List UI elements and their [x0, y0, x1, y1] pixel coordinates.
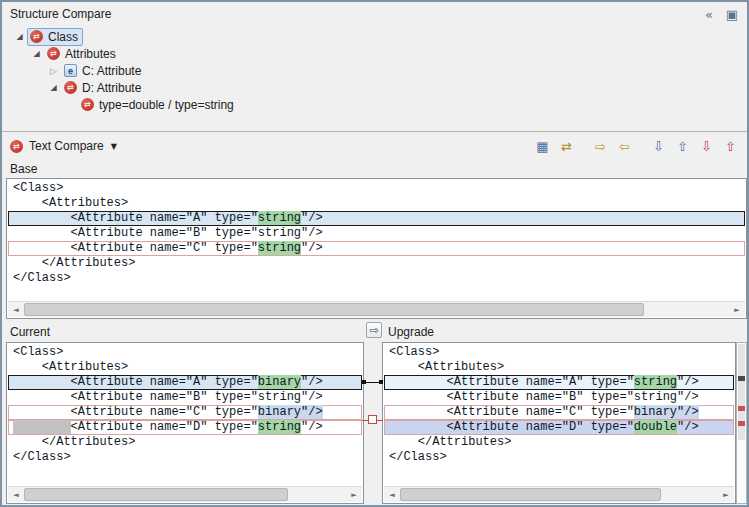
diff-change-icon: ⇄ [64, 81, 77, 94]
next-change-icon[interactable]: ⇩ [696, 136, 717, 157]
code-token: <Class> [389, 345, 439, 359]
compare-viewer-selector[interactable]: ⇄ Text Compare ▼ [10, 139, 117, 153]
tree-item-attributes[interactable]: ◢⇄Attributes [4, 45, 745, 62]
code-line[interactable]: <Attribute name="C" type="string"/> [8, 241, 745, 256]
code-line[interactable]: </Class> [8, 450, 362, 465]
code-line[interactable]: </Class> [8, 271, 745, 286]
code-token: binary"/> [634, 405, 699, 419]
code-line[interactable]: <Attribute name="A" type="string"/> [384, 375, 734, 390]
code-token: </Attributes> [389, 435, 511, 449]
code-line[interactable]: <Attribute name="A" type="string"/> [8, 211, 745, 226]
code-token: </Class> [13, 271, 71, 285]
copy-all-left-to-right-icon[interactable]: ⇨ [590, 136, 611, 157]
copy-all-right-to-left-icon[interactable]: ⇦ [614, 136, 635, 157]
scrollbar-thumb[interactable] [400, 488, 661, 501]
collapse-pane-icon[interactable]: « [700, 5, 718, 23]
code-line[interactable]: </Attributes> [384, 435, 734, 450]
swap-left-right-icon[interactable]: ⇄ [556, 136, 577, 157]
expand-expander-icon[interactable]: ▷ [46, 66, 61, 76]
tree-item-selection: ⇄Class [27, 28, 83, 46]
code-token: <Class> [13, 181, 63, 195]
tree-item-d-attribute[interactable]: ◢⇄D: Attribute [4, 79, 745, 96]
text-compare-title: Text Compare [29, 139, 104, 153]
scroll-left-button[interactable]: ◄ [384, 487, 400, 502]
structure-header-toolbar: «▣ [700, 5, 741, 23]
diff-change-icon: ⇄ [30, 30, 43, 43]
scroll-left-button[interactable]: ◄ [8, 302, 24, 317]
upgrade-horizontal-scrollbar[interactable]: ◄ ► [384, 486, 734, 502]
upgrade-code-area: <Class> <Attributes> <Attribute name="A"… [384, 345, 734, 465]
code-token: <Attributes> [389, 360, 504, 374]
current-horizontal-scrollbar[interactable]: ◄ ► [8, 486, 362, 502]
merge-handle-icon[interactable] [368, 415, 377, 424]
restore-pane-icon[interactable]: ▣ [723, 5, 741, 23]
tree-item-c-attribute[interactable]: ▷eC: Attribute [4, 62, 745, 79]
collapse-expander-icon[interactable]: ◢ [29, 49, 44, 58]
tree-item-label: D: Attribute [82, 81, 141, 95]
code-token: <Attribute name="A" type=" [13, 211, 258, 225]
base-horizontal-scrollbar[interactable]: ◄ ► [8, 301, 745, 317]
previous-change-icon[interactable]: ⇧ [720, 136, 741, 157]
overview-ruler[interactable] [736, 342, 747, 504]
collapse-expander-icon[interactable]: ◢ [12, 32, 27, 41]
compare-toolbar-buttons: ▦⇄⇨⇦⇩⇧⇩⇧ [532, 136, 741, 157]
code-token: "/> [677, 420, 699, 434]
tree-item-label: Attributes [65, 47, 116, 61]
code-line[interactable]: <Attributes> [8, 196, 745, 211]
previous-difference-icon[interactable]: ⇧ [672, 136, 693, 157]
upgrade-editor-pane[interactable]: <Class> <Attributes> <Attribute name="A"… [382, 342, 736, 504]
code-line[interactable]: <Attributes> [8, 360, 362, 375]
scrollbar-thumb[interactable] [24, 303, 644, 316]
diff-overview-mark[interactable] [738, 406, 745, 411]
scroll-right-button[interactable]: ► [346, 487, 362, 502]
code-token: "/> [301, 241, 323, 255]
code-token [13, 420, 71, 434]
base-editor-pane[interactable]: <Class> <Attributes> <Attribute name="A"… [6, 178, 747, 319]
scrollbar-track[interactable] [24, 302, 729, 317]
code-line[interactable]: <Class> [384, 345, 734, 360]
code-token: <Attribute name="D" type=" [389, 420, 634, 434]
code-line[interactable]: </Attributes> [8, 256, 745, 271]
tree-item-type-double-type-string[interactable]: ⇄type=double / type=string [4, 96, 745, 113]
attribute-element-icon: e [64, 64, 77, 77]
code-line[interactable]: <Attribute name="C" type="binary"/> [384, 405, 734, 420]
code-line[interactable]: <Attribute name="D" type="string"/> [8, 420, 362, 435]
tree-item-selection: eC: Attribute [61, 62, 146, 80]
collapse-expander-icon[interactable]: ◢ [46, 83, 61, 92]
scrollbar-track[interactable] [400, 487, 718, 502]
current-editor-pane[interactable]: <Class> <Attributes> <Attribute name="A"… [6, 342, 364, 504]
tree-item-selection: ⇄D: Attribute [61, 79, 146, 97]
tree-item-selection: ⇄type=double / type=string [78, 96, 239, 114]
code-line[interactable]: <Class> [8, 345, 362, 360]
scrollbar-thumb[interactable] [24, 488, 288, 501]
diff-overview-mark[interactable] [738, 421, 745, 426]
diff-overview-mark[interactable] [738, 376, 745, 381]
code-line[interactable]: <Attribute name="C" type="binary"/> [8, 405, 362, 420]
code-line[interactable]: <Attribute name="D" type="double"/> [384, 420, 734, 435]
code-line[interactable]: <Attribute name="B" type="string"/> [384, 390, 734, 405]
diff-change-icon: ⇄ [10, 140, 23, 153]
switch-compare-viewer-icon[interactable]: ▦ [532, 136, 553, 157]
code-line[interactable]: <Attribute name="B" type="string"/> [8, 390, 362, 405]
scroll-left-button[interactable]: ◄ [8, 487, 24, 502]
code-line[interactable]: </Class> [384, 450, 734, 465]
scrollbar-track[interactable] [24, 487, 346, 502]
code-token: <Attributes> [13, 360, 128, 374]
scroll-right-button[interactable]: ► [729, 302, 745, 317]
code-line[interactable]: <Attributes> [384, 360, 734, 375]
tree-item-class[interactable]: ◢⇄Class [4, 28, 745, 45]
direction-indicator-icon[interactable]: ⇨ [366, 322, 382, 338]
code-line[interactable]: <Class> [8, 181, 745, 196]
code-line[interactable]: <Attribute name="A" type="binary"/> [8, 375, 362, 390]
code-line[interactable]: <Attribute name="B" type="string"/> [8, 226, 745, 241]
diff-connector-end [362, 380, 366, 384]
next-difference-icon[interactable]: ⇩ [648, 136, 669, 157]
code-token: <Attribute name="B" type="string"/> [389, 390, 699, 404]
code-token: string [634, 375, 677, 389]
scroll-right-button[interactable]: ► [718, 487, 734, 502]
code-line[interactable]: </Attributes> [8, 435, 362, 450]
compare-editor-window: Structure Compare «▣ ◢⇄Class◢⇄Attributes… [0, 0, 749, 507]
code-token: <Attribute name="C" type=" [13, 405, 258, 419]
structure-compare-title: Structure Compare [10, 7, 111, 21]
code-token: string [258, 241, 301, 255]
